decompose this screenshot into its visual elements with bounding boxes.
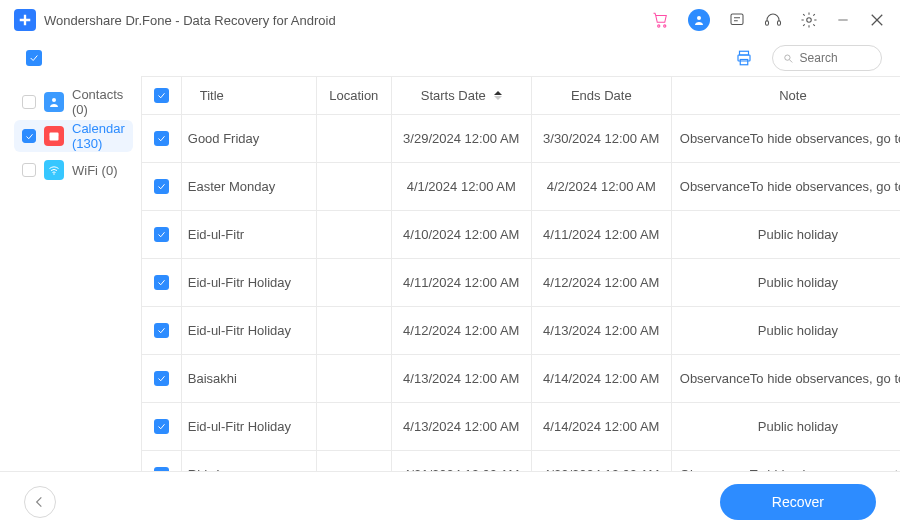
table-header: Title Location Starts Date Ends Date Not… — [142, 77, 900, 115]
svg-rect-3 — [731, 14, 743, 25]
cell-title: Ridván — [182, 451, 317, 471]
col-location[interactable]: Location — [317, 77, 392, 114]
cell-starts-date: 4/12/2024 12:00 AM — [392, 307, 532, 354]
search-icon — [783, 52, 794, 65]
sidebar-item-label: Contacts (0) — [72, 87, 125, 117]
sidebar-item-contacts[interactable]: Contacts (0) — [14, 86, 133, 118]
footer: Recover — [0, 471, 900, 531]
cell-ends-date: 4/2/2024 12:00 AM — [532, 163, 672, 210]
sort-indicator-icon — [494, 91, 502, 100]
cell-title: Eid-ul-Fitr Holiday — [182, 307, 317, 354]
table-row[interactable]: Easter Monday4/1/2024 12:00 AM4/2/2024 1… — [142, 163, 900, 211]
row-checkbox[interactable] — [154, 179, 169, 194]
cell-location — [317, 355, 392, 402]
col-starts-date[interactable]: Starts Date — [392, 77, 532, 114]
app-title: Wondershare Dr.Fone - Data Recovery for … — [44, 13, 336, 28]
header-select-all[interactable] — [154, 88, 169, 103]
row-checkbox[interactable] — [154, 275, 169, 290]
profile-icon[interactable] — [688, 9, 710, 31]
row-checkbox[interactable] — [154, 371, 169, 386]
cell-title: Eid-ul-Fitr — [182, 211, 317, 258]
cell-ends-date: 3/30/2024 12:00 AM — [532, 115, 672, 162]
sidebar-item-label: WiFi (0) — [72, 163, 118, 178]
print-icon[interactable] — [734, 48, 754, 68]
sidebar-item-calendar[interactable]: Calendar (130) — [14, 120, 133, 152]
row-checkbox-cell — [142, 307, 182, 354]
contacts-icon — [44, 92, 64, 112]
minimize-button[interactable] — [836, 11, 850, 29]
cell-note: Public holiday — [672, 403, 900, 450]
sidebar-item-wifi[interactable]: WiFi (0) — [14, 154, 133, 186]
cell-ends-date: 4/14/2024 12:00 AM — [532, 403, 672, 450]
cell-location — [317, 163, 392, 210]
sidebar-checkbox-calendar[interactable] — [22, 129, 36, 143]
row-checkbox[interactable] — [154, 419, 169, 434]
svg-point-6 — [807, 18, 812, 23]
svg-point-1 — [664, 25, 666, 27]
col-title[interactable]: Title — [182, 77, 317, 114]
row-checkbox-cell — [142, 451, 182, 471]
titlebar-icons — [652, 9, 886, 31]
sidebar-checkbox-wifi[interactable] — [22, 163, 36, 177]
sidebar-checkbox-contacts[interactable] — [22, 95, 36, 109]
svg-point-13 — [785, 54, 790, 59]
row-checkbox-cell — [142, 211, 182, 258]
svg-point-0 — [658, 25, 660, 27]
row-checkbox-cell — [142, 163, 182, 210]
cart-icon[interactable] — [652, 11, 670, 29]
cell-location — [317, 403, 392, 450]
cell-starts-date: 4/11/2024 12:00 AM — [392, 259, 532, 306]
row-checkbox-cell — [142, 355, 182, 402]
back-button[interactable] — [24, 486, 56, 518]
cell-ends-date: 4/14/2024 12:00 AM — [532, 355, 672, 402]
row-checkbox[interactable] — [154, 227, 169, 242]
cell-ends-date: 4/22/2024 12:00 AM — [532, 451, 672, 471]
cell-starts-date: 4/13/2024 12:00 AM — [392, 403, 532, 450]
cell-ends-date: 4/13/2024 12:00 AM — [532, 307, 672, 354]
table-row[interactable]: Ridván4/21/2024 12:00 AM4/22/2024 12:00 … — [142, 451, 900, 471]
cell-title: Baisakhi — [182, 355, 317, 402]
table-row[interactable]: Eid-ul-Fitr4/10/2024 12:00 AM4/11/2024 1… — [142, 211, 900, 259]
svg-point-18 — [53, 173, 55, 175]
header-checkbox-cell — [142, 77, 182, 114]
feedback-icon[interactable] — [728, 11, 746, 29]
row-checkbox-cell — [142, 403, 182, 450]
sidebar-item-label: Calendar (130) — [72, 121, 125, 151]
table-row[interactable]: Eid-ul-Fitr Holiday4/13/2024 12:00 AM4/1… — [142, 403, 900, 451]
titlebar: Wondershare Dr.Fone - Data Recovery for … — [0, 0, 900, 40]
cell-starts-date: 3/29/2024 12:00 AM — [392, 115, 532, 162]
cell-location — [317, 307, 392, 354]
table-row[interactable]: Baisakhi4/13/2024 12:00 AM4/14/2024 12:0… — [142, 355, 900, 403]
col-ends-date[interactable]: Ends Date — [532, 77, 672, 114]
support-icon[interactable] — [764, 11, 782, 29]
cell-ends-date: 4/11/2024 12:00 AM — [532, 211, 672, 258]
settings-icon[interactable] — [800, 11, 818, 29]
row-checkbox[interactable] — [154, 323, 169, 338]
cell-note: ObservanceTo hide observances, go to... — [672, 115, 900, 162]
close-button[interactable] — [868, 11, 886, 29]
recover-button[interactable]: Recover — [720, 484, 876, 520]
cell-ends-date: 4/12/2024 12:00 AM — [532, 259, 672, 306]
svg-point-15 — [52, 98, 56, 102]
cell-note: ObservanceTo hide observances, go to... — [672, 355, 900, 402]
search-box[interactable] — [772, 45, 882, 71]
cell-note: Public holiday — [672, 211, 900, 258]
sidebar: Contacts (0) Calendar (130) WiFi (0) — [0, 76, 141, 471]
table-body: Good Friday3/29/2024 12:00 AM3/30/2024 1… — [142, 115, 900, 471]
col-note[interactable]: Note — [672, 77, 900, 114]
cell-note: Public holiday — [672, 259, 900, 306]
cell-starts-date: 4/21/2024 12:00 AM — [392, 451, 532, 471]
svg-point-2 — [697, 16, 701, 20]
calendar-icon — [44, 126, 64, 146]
row-checkbox[interactable] — [154, 131, 169, 146]
cell-title: Easter Monday — [182, 163, 317, 210]
cell-title: Eid-ul-Fitr Holiday — [182, 403, 317, 450]
select-all-checkbox[interactable] — [26, 50, 42, 66]
row-checkbox[interactable] — [154, 467, 169, 471]
table-row[interactable]: Good Friday3/29/2024 12:00 AM3/30/2024 1… — [142, 115, 900, 163]
search-input[interactable] — [800, 51, 871, 65]
cell-location — [317, 115, 392, 162]
row-checkbox-cell — [142, 259, 182, 306]
table-row[interactable]: Eid-ul-Fitr Holiday4/11/2024 12:00 AM4/1… — [142, 259, 900, 307]
table-row[interactable]: Eid-ul-Fitr Holiday4/12/2024 12:00 AM4/1… — [142, 307, 900, 355]
